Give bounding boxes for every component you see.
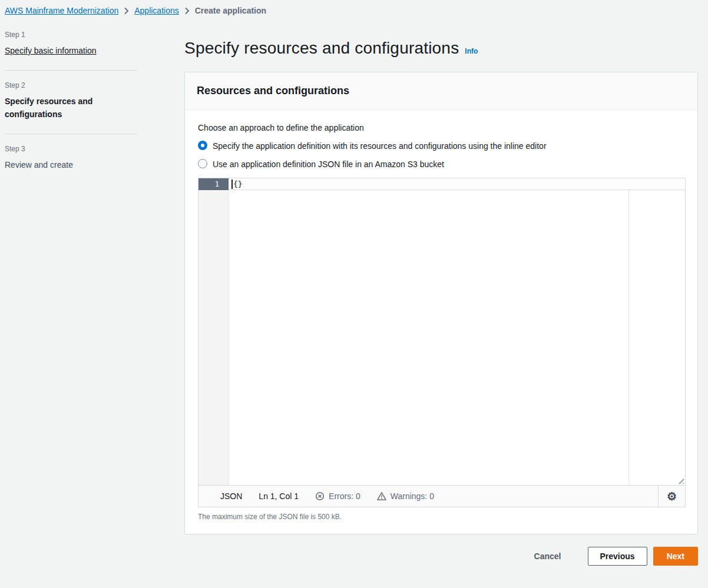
warnings-status: Warnings: 0 — [377, 491, 434, 501]
editor-cursor-position: Ln 1, Col 1 — [259, 491, 299, 501]
errors-status: Errors: 0 — [315, 491, 360, 501]
wizard-actions: Cancel Previous Next — [184, 547, 698, 566]
container-header: Resources and configurations — [185, 72, 697, 110]
chevron-right-icon — [124, 7, 129, 15]
radio-group-label: Choose an approach to define the applica… — [198, 123, 686, 132]
breadcrumb-link-applications[interactable]: Applications — [134, 6, 179, 15]
radio-s3-json-file[interactable] — [198, 159, 207, 168]
option-s3-json-file-label[interactable]: Use an application definition JSON file … — [213, 158, 444, 171]
option-inline-editor[interactable]: Specify the application definition with … — [198, 139, 686, 152]
next-button[interactable]: Next — [653, 547, 698, 566]
step-2-title: Specify resources and configurations — [5, 95, 137, 121]
wizard-step-1: Step 1 Specify basic information — [5, 31, 137, 70]
step-3-title: Review and create — [5, 158, 137, 171]
resources-configurations-container: Resources and configurations Choose an a… — [184, 72, 698, 534]
error-circle-icon — [315, 491, 325, 501]
breadcrumb-link-service[interactable]: AWS Mainframe Modernization — [5, 6, 118, 15]
wizard-step-3: Step 3 Review and create — [5, 134, 137, 184]
previous-button[interactable]: Previous — [588, 547, 647, 566]
wizard-content: Specify resources and configurations Inf… — [184, 31, 698, 566]
wizard-step-2: Step 2 Specify resources and configurati… — [5, 70, 137, 134]
editor-status-bar: JSON Ln 1, Col 1 Errors: 0 — [198, 485, 685, 507]
json-size-constraint-text: The maximum size of the JSON file is 500… — [198, 513, 686, 521]
code-editor: 1 {} — [198, 178, 686, 507]
container-title: Resources and configurations — [197, 85, 686, 97]
gear-icon: ⚙ — [667, 490, 677, 503]
editor-resize-handle[interactable] — [676, 476, 684, 484]
editor-text-area[interactable]: 1 {} — [198, 178, 685, 485]
step-3-label: Step 3 — [5, 145, 137, 153]
editor-settings-button[interactable]: ⚙ — [658, 486, 685, 507]
create-application-wizard-page: AWS Mainframe Modernization Applications… — [0, 0, 708, 566]
breadcrumb: AWS Mainframe Modernization Applications… — [5, 5, 698, 15]
text-cursor — [231, 180, 233, 189]
breadcrumb-current-page: Create application — [195, 6, 266, 15]
step-1-link[interactable]: Specify basic information — [5, 44, 97, 57]
step-2-label: Step 2 — [5, 81, 137, 89]
editor-language: JSON — [220, 491, 242, 501]
warning-triangle-icon — [377, 491, 386, 501]
container-body: Choose an approach to define the applica… — [185, 110, 697, 534]
warnings-count-label: Warnings: 0 — [391, 491, 434, 501]
info-link[interactable]: Info — [465, 47, 478, 55]
wizard-steps-nav: Step 1 Specify basic information Step 2 … — [5, 31, 137, 566]
active-line-number: 1 — [198, 178, 229, 190]
step-1-label: Step 1 — [5, 31, 137, 39]
print-margin-line — [628, 178, 629, 485]
option-inline-editor-label[interactable]: Specify the application definition with … — [213, 139, 547, 152]
status-bar-items: JSON Ln 1, Col 1 Errors: 0 — [198, 491, 434, 501]
editor-gutter: 1 — [198, 178, 229, 485]
page-title: Specify resources and configurations — [184, 39, 459, 58]
editor-code-area[interactable]: {} — [229, 178, 685, 485]
radio-inline-editor[interactable] — [198, 141, 207, 150]
editor-active-line: {} — [229, 178, 685, 190]
option-s3-json-file[interactable]: Use an application definition JSON file … — [198, 158, 686, 171]
cancel-button[interactable]: Cancel — [522, 547, 574, 566]
editor-content: {} — [232, 180, 243, 188]
errors-count-label: Errors: 0 — [329, 491, 360, 501]
chevron-right-icon — [184, 7, 190, 15]
page-header: Specify resources and configurations Inf… — [184, 39, 698, 58]
